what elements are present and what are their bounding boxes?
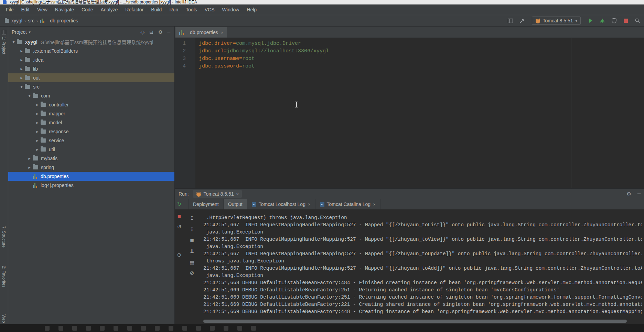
tree-item-log4j-properties[interactable]: log4j.properties — [8, 181, 174, 190]
tree-item-com[interactable]: ▼com — [8, 91, 174, 100]
taskbar-app-icon[interactable] — [45, 326, 50, 331]
pin-icon[interactable]: ⊙ — [176, 252, 182, 258]
taskbar-app-icon[interactable] — [114, 326, 118, 331]
close-icon[interactable]: × — [236, 191, 239, 197]
tree-expand-icon[interactable]: ▶ — [26, 157, 33, 160]
tree-item-service[interactable]: ▶service — [8, 136, 174, 145]
taskbar-app-icon[interactable] — [210, 326, 215, 331]
menu-build[interactable]: Build — [147, 7, 165, 12]
settings-icon[interactable]: ⚙ — [158, 29, 163, 35]
tree-collapse-icon[interactable]: ▼ — [10, 41, 17, 44]
tree-expand-icon[interactable]: ▶ — [18, 59, 25, 62]
scroll-down-icon[interactable]: ↧ — [189, 226, 195, 232]
breadcrumb-item-xyygl[interactable]: xyygl — [5, 18, 22, 23]
taskbar-app-icon[interactable] — [169, 326, 173, 331]
close-icon[interactable]: × — [221, 30, 224, 35]
scrollbar-thumb[interactable] — [203, 320, 627, 323]
tree-item-src[interactable]: ▼src — [8, 82, 174, 91]
taskbar-app-icon[interactable] — [72, 326, 77, 331]
tool-window-button-1-project[interactable]: 1: Project — [1, 37, 6, 54]
run-tab-deployment[interactable]: Deployment — [188, 199, 224, 209]
print-icon[interactable]: ▤ — [189, 259, 195, 266]
project-stripe-icon[interactable] — [2, 30, 6, 34]
menu-view[interactable]: View — [33, 7, 51, 12]
build-icon[interactable] — [519, 18, 525, 24]
hide-icon[interactable]: ─ — [168, 29, 170, 35]
tree-item-mybatis[interactable]: ▶mybatis — [8, 154, 174, 163]
console[interactable]: .HttpServletRequest) throws java.lang.Ex… — [175, 209, 644, 324]
tree-expand-icon[interactable]: ▶ — [34, 112, 41, 115]
menu-edit[interactable]: Edit — [18, 7, 33, 12]
tree-item-response[interactable]: ▶response — [8, 127, 174, 136]
tree-item-idea[interactable]: ▶.idea — [8, 55, 174, 64]
tree-item-db-properties[interactable]: db.properties — [8, 172, 174, 181]
tree-expand-icon[interactable]: ▶ — [34, 103, 41, 106]
menu-window[interactable]: Window — [218, 7, 243, 12]
rerun-icon[interactable]: ↻ — [176, 201, 182, 207]
menu-tools[interactable]: Tools — [182, 7, 201, 12]
tree-item-xyygl[interactable]: ▼xyyglG:\shejiing\基于ssm医院预约挂号信息管理系统\xyyg… — [8, 38, 174, 46]
tree-item-lib[interactable]: ▶lib — [8, 64, 174, 73]
tree-item-externaltoolbuilders[interactable]: ▶.externalToolBuilders — [8, 46, 174, 55]
menu-navigate[interactable]: Navigate — [51, 7, 78, 12]
run-icon[interactable] — [587, 18, 594, 24]
taskbar-app-icon[interactable] — [86, 326, 91, 331]
tree-collapse-icon[interactable]: ▼ — [18, 85, 25, 89]
tree-collapse-icon[interactable]: ▼ — [26, 94, 33, 97]
chevron-down-icon[interactable]: ▾ — [29, 30, 31, 34]
close-icon[interactable]: × — [373, 202, 376, 207]
tree-expand-icon[interactable]: ▶ — [34, 139, 41, 142]
breadcrumb-item-src[interactable]: src — [28, 18, 34, 23]
menu-analyze[interactable]: Analyze — [97, 7, 122, 12]
taskbar-app-icon[interactable] — [196, 326, 201, 331]
run-config-tab[interactable]: Tomcat 8.5.51 × — [193, 190, 242, 198]
taskbar-app-icon[interactable] — [127, 326, 132, 331]
refresh-icon[interactable]: ↺ — [176, 224, 182, 230]
menu-code[interactable]: Code — [78, 7, 97, 12]
tree-item-spring[interactable]: ▶spring — [8, 163, 174, 172]
layout-icon[interactable] — [507, 18, 514, 24]
run-tab-output[interactable]: Output — [224, 199, 247, 209]
tree-item-util[interactable]: ▶util — [8, 145, 174, 154]
tree-expand-icon[interactable]: ▶ — [26, 166, 33, 169]
gear-icon[interactable]: ⚙ — [627, 191, 631, 197]
tree-item-controller[interactable]: ▶controller — [8, 100, 174, 109]
scroll-end-icon[interactable]: ⇊ — [189, 248, 195, 255]
clear-icon[interactable]: ⊘ — [189, 270, 195, 276]
locate-icon[interactable]: ◎ — [140, 29, 144, 35]
menu-file[interactable]: File — [2, 7, 18, 12]
editor-tab-db-properties[interactable]: db.properties × — [175, 27, 227, 38]
hide-icon[interactable]: ─ — [637, 191, 641, 197]
taskbar-app-icon[interactable] — [155, 326, 160, 331]
tree-expand-icon[interactable]: ▶ — [34, 148, 41, 151]
close-icon[interactable]: × — [308, 202, 311, 207]
tree-expand-icon[interactable]: ▶ — [18, 50, 25, 53]
run-tab-tomcat-localhost-log[interactable]: ▸Tomcat Localhost Log× — [247, 199, 315, 209]
collapse-all-icon[interactable]: ⊟ — [149, 29, 153, 35]
taskbar-app-icon[interactable] — [224, 326, 228, 331]
tool-window-button-2-favorites[interactable]: 2: Favorites — [1, 266, 6, 288]
scroll-up-icon[interactable]: ↥ — [189, 215, 195, 221]
tool-window-button-web[interactable]: Web — [1, 314, 6, 323]
taskbar-app-icon[interactable] — [141, 326, 146, 331]
console-horizontal-scrollbar[interactable] — [203, 320, 640, 323]
tree-expand-icon[interactable]: ▶ — [34, 130, 41, 133]
tree-item-out[interactable]: ▶out — [8, 73, 174, 82]
property-value-link[interactable]: xyygl — [313, 48, 329, 54]
search-icon[interactable] — [634, 18, 641, 24]
stop-icon[interactable] — [622, 18, 629, 24]
tree-expand-icon[interactable]: ▶ — [34, 121, 41, 124]
run-tab-tomcat-catalina-log[interactable]: ▸Tomcat Catalina Log× — [315, 199, 380, 209]
tree-expand-icon[interactable]: ▶ — [18, 76, 25, 80]
run-config-selector[interactable]: Tomcat 8.5.51 ▾ — [532, 17, 581, 25]
debug-icon[interactable] — [599, 18, 605, 24]
taskbar-app-icon[interactable] — [182, 326, 187, 331]
tool-window-button-7-structure[interactable]: 7: Structure — [1, 226, 6, 248]
taskbar-app-icon[interactable] — [58, 326, 63, 331]
editor[interactable]: 1234 jdbc.driver=com.mysql.jdbc.Driverjd… — [175, 38, 644, 188]
menu-refactor[interactable]: Refactor — [121, 7, 147, 12]
coverage-icon[interactable] — [611, 18, 617, 24]
menu-run[interactable]: Run — [165, 7, 182, 12]
stop-icon[interactable]: ■ — [176, 213, 182, 219]
menu-vcs[interactable]: VCS — [201, 7, 218, 12]
